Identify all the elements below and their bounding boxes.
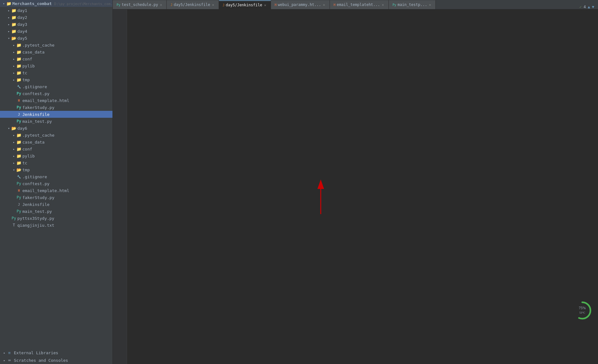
sidebar-item-day5-email-template[interactable]: H email_template.html: [0, 97, 112, 104]
code-editor[interactable]: 75% 53°C: [113, 9, 598, 364]
sidebar-item-day2[interactable]: 📁 day2: [0, 14, 112, 21]
day5-pytest-cache-icon: 📁: [16, 43, 21, 48]
tab-test-schedule[interactable]: Py test_schedule.py ✕: [113, 0, 167, 9]
sidebar-item-day6-conf[interactable]: 📁 conf: [0, 145, 112, 152]
sidebar-item-day6-pylib[interactable]: 📁 pylib: [0, 152, 112, 159]
tab-webui-parammy[interactable]: H webui_parammy.ht... ✕: [271, 0, 330, 9]
sidebar-item-day6-tc[interactable]: 📁 tc: [0, 159, 112, 166]
project-root[interactable]: 📁 Merchants_combat D:\py project\Merchan…: [0, 0, 112, 7]
sidebar-item-pyttsx3[interactable]: Py pyttsx3Stydy.py: [0, 215, 112, 222]
sidebar-item-day5-conf[interactable]: 📁 conf: [0, 55, 112, 62]
day5-folder-icon: 📂: [11, 36, 16, 41]
sidebar-item-day6-email-template[interactable]: H email_template.html: [0, 187, 112, 194]
day5-case-data-arrow: [11, 49, 16, 54]
day5-conf-icon: 📁: [16, 56, 21, 61]
day5-fakerstudy-icon: Py: [16, 105, 21, 110]
sidebar-external-libraries[interactable]: ≡ External Libraries: [0, 349, 112, 356]
day6-conf-arrow: [11, 146, 16, 151]
tab-test-schedule-close[interactable]: ✕: [159, 3, 163, 7]
tab-test-schedule-label: test_schedule.py: [122, 3, 158, 7]
day1-label: day1: [17, 8, 27, 13]
day6-email-label: email_template.html: [22, 188, 69, 193]
day6-case-data-label: case_data: [22, 140, 44, 145]
day5-tc-label: tc: [22, 71, 27, 75]
sidebar-item-day5-main-test[interactable]: Py main_test.py: [0, 118, 112, 125]
sidebar-item-day5-pytest-cache[interactable]: 📁 .pytest_cache: [0, 42, 112, 48]
day4-folder-icon: 📁: [11, 29, 16, 34]
day5-pylib-arrow: [11, 63, 16, 68]
line-numbers-gutter: [113, 9, 127, 364]
tab-bar[interactable]: Py test_schedule.py ✕ J day5/Jenkinsfile…: [113, 0, 598, 9]
tab-day5-jenkinsfile-1-close[interactable]: ✕: [211, 3, 215, 7]
day6-gitignore-icon: 🔧: [16, 174, 21, 179]
sidebar-item-day6-gitignore[interactable]: 🔧 .gitignore: [0, 173, 112, 180]
fold-arrow-up[interactable]: ▲: [588, 5, 590, 9]
pyttsx3-label: pyttsx3Stydy.py: [17, 216, 54, 221]
tab-day5-jenkinsfile-1-icon: J: [170, 3, 172, 7]
day5-tc-arrow: [11, 70, 16, 75]
day6-folder-icon: 📂: [11, 126, 16, 131]
sidebar-scratches-consoles[interactable]: ⌨ Scratches and Consoles: [0, 356, 112, 364]
sidebar-item-day6[interactable]: 📂 day6: [0, 125, 112, 132]
day5-conf-label: conf: [22, 57, 32, 61]
tab-main-test[interactable]: Py main_testp... ✕: [389, 0, 436, 9]
sidebar-item-day6-fakerstudy[interactable]: Py fakerStudy.py: [0, 194, 112, 201]
sidebar-item-day1[interactable]: 📁 day1: [0, 7, 112, 14]
day1-folder-icon: 📁: [11, 8, 16, 13]
sidebar-item-day6-conftest[interactable]: Py conftest.py: [0, 180, 112, 187]
tab-email-template[interactable]: H email_templateht... ✕: [330, 0, 389, 9]
project-folder-icon: 📁: [6, 1, 11, 6]
code-content-area[interactable]: [127, 9, 598, 364]
project-name: Merchants_combat D:\py project\Merchants…: [12, 1, 113, 6]
day6-pylib-icon: 📁: [16, 153, 21, 158]
sidebar-item-day5[interactable]: 📂 day5: [0, 35, 112, 42]
tab-day5-jenkinsfile-1[interactable]: J day5/Jenkinsfile ✕: [167, 0, 219, 9]
day6-jenkinsfile-label: Jenkinsfile: [22, 202, 49, 207]
day6-pylib-label: pylib: [22, 154, 35, 158]
sidebar-item-day6-jenkinsfile[interactable]: J Jenkinsfile: [0, 201, 112, 208]
fold-arrow-down[interactable]: ▼: [592, 5, 594, 9]
sidebar-item-qiangjinjiu[interactable]: T qiangjinjiu.txt: [0, 222, 112, 229]
sidebar-item-day5-jenkinsfile[interactable]: J Jenkinsfile: [0, 111, 112, 118]
tab-webui-parammy-icon: H: [275, 3, 277, 7]
scratches-arrow: [2, 358, 7, 363]
day6-main-test-label: main_test.py: [22, 209, 52, 214]
sidebar-item-day5-case-data[interactable]: 📁 case_data: [0, 48, 112, 55]
day5-pytest-cache-arrow: [11, 43, 16, 48]
day5-gitignore-arrow: [11, 84, 16, 89]
day5-pytest-cache-label: .pytest_cache: [22, 43, 55, 48]
sidebar-item-day6-main-test[interactable]: Py main_test.py: [0, 208, 112, 215]
day6-conftest-icon: Py: [16, 181, 21, 186]
tab-day5-jenkinsfile-2-close[interactable]: ✕: [263, 3, 267, 7]
file-tree-sidebar[interactable]: 📁 Merchants_combat D:\py project\Merchan…: [0, 0, 113, 364]
sidebar-item-day5-gitignore[interactable]: 🔧 .gitignore: [0, 83, 112, 90]
day5-conftest-label: conftest.py: [22, 91, 49, 96]
sidebar-item-day6-pytest-cache[interactable]: 📁 .pytest_cache: [0, 132, 112, 139]
tab-main-test-close[interactable]: ✕: [428, 3, 432, 7]
sidebar-item-day4[interactable]: 📁 day4: [0, 28, 112, 35]
tab-webui-parammy-close[interactable]: ✕: [322, 3, 326, 7]
tab-email-template-close[interactable]: ✕: [381, 3, 385, 7]
main-editor-area: Py test_schedule.py ✕ J day5/Jenkinsfile…: [113, 0, 598, 364]
sidebar-item-day5-tmp[interactable]: 📁 tmp: [0, 76, 112, 83]
day5-tmp-icon: 📁: [16, 77, 21, 82]
sidebar-item-day5-tc[interactable]: 📁 tc: [0, 69, 112, 76]
sidebar-item-day3[interactable]: 📁 day3: [0, 21, 112, 28]
day6-pytest-cache-label: .pytest_cache: [22, 133, 55, 138]
day6-email-icon: H: [16, 188, 21, 193]
svg-text:53°C: 53°C: [579, 311, 585, 314]
sidebar-item-day6-tmp[interactable]: 📂 tmp: [0, 166, 112, 173]
tab-main-test-icon: Py: [393, 3, 396, 7]
sidebar-item-day6-case-data[interactable]: 📁 case_data: [0, 139, 112, 145]
tab-day5-jenkinsfile-2-icon: J: [223, 3, 225, 7]
day6-case-data-icon: 📁: [16, 139, 21, 145]
day6-pytest-cache-icon: 📁: [16, 133, 21, 138]
sidebar-item-day5-pylib[interactable]: 📁 pylib: [0, 62, 112, 69]
project-arrow: [1, 1, 6, 6]
sidebar-item-day5-fakerstudy[interactable]: Py fakerStudy.py: [0, 104, 112, 111]
sidebar-item-day5-conftest[interactable]: Py conftest.py: [0, 90, 112, 97]
tab-day5-jenkinsfile-2[interactable]: J day5/Jenkinsfile ✕: [219, 0, 271, 9]
day3-arrow: [6, 22, 11, 27]
day2-folder-icon: 📁: [11, 15, 16, 20]
day5-arrow: [6, 36, 11, 41]
